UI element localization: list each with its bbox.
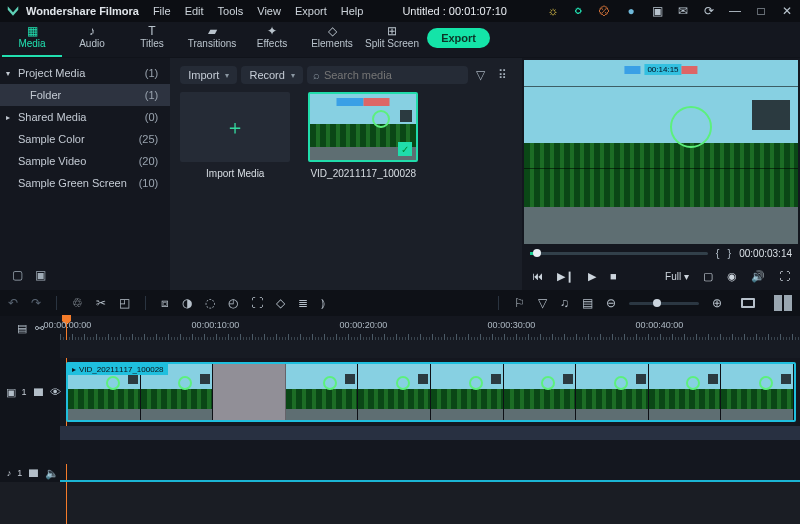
titlebar-actions: ☼⭘⛒●▣✉⟳―□✕ [546,4,794,18]
menu-tools[interactable]: Tools [218,5,244,17]
volume-icon[interactable]: 🔊 [751,270,765,283]
search-box[interactable]: ⌕ [307,66,468,84]
play-icon[interactable]: ▶ [588,270,596,283]
mute-audio-icon[interactable]: 🔈 [45,467,59,480]
tab-effects[interactable]: ✦Effects [242,20,302,57]
greenscreen-icon[interactable]: ◌ [205,296,215,310]
ruler-label: 00:00:30:00 [488,320,536,330]
mixer-icon[interactable]: ♫ [560,296,569,310]
audio-icon[interactable]: ⦆ [321,296,325,310]
render-icon[interactable]: ▤ [582,296,593,310]
cart-icon[interactable]: ⛒ [598,4,612,18]
sidebar-item-project-media[interactable]: ▾Project Media(1) [0,62,170,84]
zoom-in-icon[interactable]: ⊕ [712,296,722,310]
voice-icon[interactable]: ▽ [538,296,547,310]
lock-icon[interactable]: ⯀ [28,467,39,479]
support-icon[interactable]: ⭘ [572,4,586,18]
video-track-lane[interactable]: ▸VID_20211117_100028 [60,358,800,426]
record-dropdown[interactable]: Record ▾ [241,66,302,84]
timeline-clip[interactable]: ▸VID_20211117_100028 [66,362,796,422]
snapshot-icon[interactable]: ◉ [727,270,737,283]
filter-icon[interactable]: ▽ [472,68,490,82]
tab-audio[interactable]: ♪Audio [62,20,122,57]
import-dropdown[interactable]: Import ▾ [180,66,237,84]
mark-out-icon[interactable]: } [727,247,731,259]
tab-transitions[interactable]: ▰Transitions [182,20,242,57]
menu-bar: FileEditToolsViewExportHelp [153,5,363,17]
mark-in-icon[interactable]: { [716,247,720,259]
magnet-icon[interactable]: ⚯ [35,322,44,335]
menu-export[interactable]: Export [295,5,327,17]
menu-file[interactable]: File [153,5,171,17]
search-input[interactable] [324,69,462,81]
fullscreen-icon[interactable]: ⛶ [779,270,790,282]
track-manager-icon[interactable]: ▤ [17,322,27,335]
tab-split[interactable]: ⊞Split Screen [362,20,422,57]
open-folder-icon[interactable]: ▣ [35,268,46,282]
color-icon[interactable]: ◑ [182,296,192,310]
close-icon[interactable]: ✕ [780,4,794,18]
caret-icon: ▾ [6,69,10,78]
quality-dropdown[interactable]: Full ▾ [665,271,689,282]
expand-icon[interactable]: ⛶ [251,296,263,310]
timeline-clip-play-icon: ▸ [72,365,76,374]
audio-track-lane[interactable] [60,464,800,482]
maximize-icon[interactable]: □ [754,4,768,18]
speed-icon[interactable]: ⧈ [161,296,169,310]
chevron-down-icon: ▾ [291,71,295,80]
frame-back-icon[interactable]: ▶❙ [557,270,574,283]
marker-icon[interactable]: ⚐ [514,296,525,310]
titlebar: Wondershare Filmora FileEditToolsViewExp… [0,0,800,22]
crop-icon[interactable]: ◰ [119,296,130,310]
tab-elements[interactable]: ◇Elements [302,20,362,57]
menu-view[interactable]: View [257,5,281,17]
dual-view-toggle[interactable] [772,295,792,311]
undo-icon[interactable]: ↶ [8,296,18,310]
sidebar-item-sample-color[interactable]: Sample Color(25) [0,128,170,150]
zoom-slider[interactable] [629,302,699,305]
align-icon[interactable]: ≣ [298,296,308,310]
mute-video-icon[interactable]: 👁 [50,386,61,398]
sidebar-item-shared-media[interactable]: ▸Shared Media(0) [0,106,170,128]
elements-icon: ◇ [302,24,362,38]
monitor-icon[interactable]: ▢ [703,270,713,283]
grid-view-icon[interactable]: ⠿ [494,68,512,82]
mail-icon[interactable]: ✉ [676,4,690,18]
save-icon[interactable]: ▣ [650,4,664,18]
new-folder-icon[interactable]: ▢ [12,268,23,282]
idea-icon[interactable]: ☼ [546,4,560,18]
tab-titles[interactable]: TTitles [122,20,182,57]
timeline-clip-name: VID_20211117_100028 [79,365,164,374]
menu-edit[interactable]: Edit [185,5,204,17]
sidebar-item-folder[interactable]: Folder(1) [0,84,170,106]
lock-icon[interactable]: ⯀ [33,386,44,398]
preview-viewport[interactable]: 00:14:15 [524,60,798,244]
export-button[interactable]: Export [427,28,490,48]
track-visibility-icon[interactable]: ▣ [6,386,16,399]
minimize-icon[interactable]: ― [728,4,742,18]
seek-bar[interactable] [530,252,708,255]
sidebar-item-sample-green-screen[interactable]: Sample Green Screen(10) [0,172,170,194]
app-logo-icon [6,4,20,18]
import-media-tile[interactable]: ＋ [180,92,290,162]
delete-icon[interactable]: ♲ [72,296,83,310]
ruler-label: 00:00:20:00 [340,320,388,330]
step-back-icon[interactable]: ⏮ [532,270,543,282]
globe-icon[interactable]: ● [624,4,638,18]
sidebar-item-sample-video[interactable]: Sample Video(20) [0,150,170,172]
menu-help[interactable]: Help [341,5,364,17]
tab-media[interactable]: ▦Media [2,20,62,57]
stop-icon[interactable]: ■ [610,270,617,282]
video-track-number: 1 [22,387,27,397]
mic-icon[interactable]: ⟳ [702,4,716,18]
zoom-fit-button[interactable] [741,298,755,308]
time-ruler[interactable]: 00:00:00:0000:00:10:0000:00:20:0000:00:3… [60,316,800,340]
zoom-out-icon[interactable]: ⊖ [606,296,616,310]
timer-icon[interactable]: ◴ [228,296,238,310]
redo-icon[interactable]: ↷ [31,296,41,310]
cut-icon[interactable]: ✂ [96,296,106,310]
media-clip-thumbnail[interactable]: ✓ [308,92,418,162]
app-name: Wondershare Filmora [26,5,139,17]
video-track-header: ▣ 1 ⯀ 👁 [0,358,60,426]
keyframe-icon[interactable]: ◇ [276,296,285,310]
